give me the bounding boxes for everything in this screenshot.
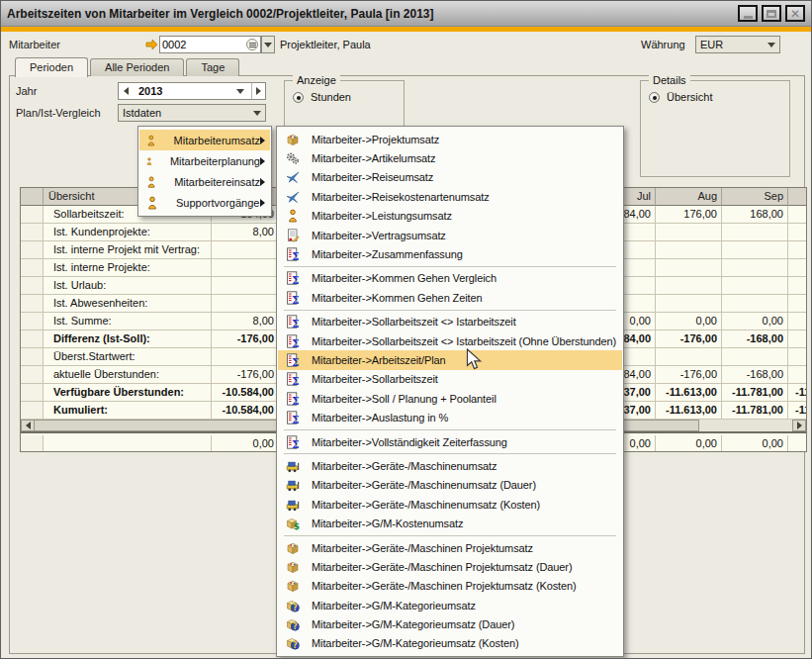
row-selector-cell[interactable] xyxy=(21,384,44,402)
row-selector-cell[interactable] xyxy=(21,259,44,277)
submenu-item-mitarbeiter-kommen-gehen-vergleich[interactable]: Mitarbeiter->Kommen Gehen Vergleich xyxy=(278,269,622,288)
header-form: Mitarbeiter Projektleiter, Paula Währung… xyxy=(1,32,811,57)
year-next-button[interactable] xyxy=(251,83,265,99)
submenu-item-mitarbeiter-auslastung-in[interactable]: Mitarbeiter->Auslastung in % xyxy=(278,408,622,426)
submenu-item-mitarbeiter-vollständigkeit-zeiterfassung[interactable]: Mitarbeiter->Vollständigkeit Zeiterfassu… xyxy=(278,432,622,451)
value-cell: 8,00 xyxy=(212,224,279,241)
value-cell: -176,00 xyxy=(212,330,279,348)
report-icon xyxy=(286,435,300,449)
year-label: Jahr xyxy=(16,85,37,97)
value-cell: 0,00 xyxy=(788,313,807,330)
footer-value-cell: 0,00 xyxy=(788,435,807,452)
submenu-item-label: Mitarbeiter->Sollarbeitszeit <> Istarbei… xyxy=(312,335,616,347)
tab-alle-perioden[interactable]: Alle Perioden xyxy=(90,58,184,76)
radio-stunden[interactable] xyxy=(293,92,304,103)
submenu-item-mitarbeiter-geräte-maschinen-projektumsatz-kosten[interactable]: Mitarbeiter->Geräte-/Maschinen Projektum… xyxy=(278,577,622,596)
submenu-item-mitarbeiter-leistungsumsatz[interactable]: Mitarbeiter->Leistungsumsatz xyxy=(278,207,622,226)
currency-select[interactable]: EUR xyxy=(695,36,780,53)
tab-tage[interactable]: Tage xyxy=(186,58,239,76)
submenu-item-mitarbeiter-arbeitszeit-plan[interactable]: Mitarbeiter->Arbeitszeit/Plan xyxy=(278,350,622,369)
footer-value-cell: 0,00 xyxy=(656,435,722,452)
value-cell: -11.781,00 xyxy=(722,384,788,402)
employee-dropdown-button[interactable] xyxy=(261,36,275,53)
scroll-right-button[interactable] xyxy=(792,420,806,431)
currency-value: EUR xyxy=(700,39,767,50)
footer-label-cell xyxy=(44,435,212,452)
employee-field[interactable] xyxy=(159,36,261,53)
window-controls: ✕ xyxy=(738,5,805,22)
value-cell xyxy=(788,295,807,313)
value-cell xyxy=(722,348,788,366)
value-cell xyxy=(788,277,807,295)
link-arrow-icon[interactable] xyxy=(145,39,158,50)
radio-stunden-label: Stunden xyxy=(311,91,351,103)
submenu-item-mitarbeiter-g-m-kostenumsatz[interactable]: Mitarbeiter->G/M-Kostenumsatz xyxy=(278,514,622,532)
submenu-item-mitarbeiter-artikelumsatz[interactable]: Mitarbeiter->Artikelumsatz xyxy=(278,148,622,167)
menu-item-mitarbeiterplanung[interactable]: Mitarbeiterplanung xyxy=(139,150,270,171)
submenu-item-label: Mitarbeiter->Vollständigkeit Zeiterfassu… xyxy=(312,436,507,448)
employee-input[interactable] xyxy=(162,39,233,50)
submenu-item-mitarbeiter-g-m-kategorieumsatz-kosten[interactable]: Mitarbeiter->G/M-Kategorieumsatz (Kosten… xyxy=(278,634,622,653)
year-dropdown-button[interactable] xyxy=(229,89,251,94)
context-submenu: Mitarbeiter->Projektumsatz Mitarbeiter->… xyxy=(276,126,624,657)
row-selector-cell[interactable] xyxy=(21,330,44,348)
machine-icon xyxy=(286,459,300,473)
submenu-item-label: Mitarbeiter->Geräte-/Maschinenumsatz xyxy=(312,460,496,472)
header-cell-month[interactable] xyxy=(788,188,807,206)
scroll-left-button[interactable] xyxy=(21,420,35,431)
submenu-item-mitarbeiter-geräte-maschinenumsatz-kosten[interactable]: Mitarbeiter->Geräte-/Maschinenumsatz (Ko… xyxy=(278,495,622,514)
row-label-cell: Überst.Startwert: xyxy=(44,348,212,366)
row-label-cell: Ist. interne Projekt mit Vertrag: xyxy=(44,241,212,259)
minimize-button[interactable] xyxy=(738,5,758,22)
value-cell xyxy=(656,348,722,366)
submenu-item-mitarbeiter-geräte-maschinen-projektumsatz-dauer[interactable]: Mitarbeiter->Geräte-/Maschinen Projektum… xyxy=(278,557,622,576)
menu-item-mitarbeitereinsatz[interactable]: Mitarbeitereinsatz xyxy=(139,171,270,192)
plan-compare-select[interactable]: Istdaten xyxy=(118,104,266,122)
submenu-item-mitarbeiter-sollarbeitszeit-istarbeitszeit[interactable]: Mitarbeiter->Sollarbeitszeit <> Istarbei… xyxy=(278,313,622,331)
value-cell: -176,00 xyxy=(656,330,722,348)
submenu-item-mitarbeiter-geräte-maschinenumsatz[interactable]: Mitarbeiter->Geräte-/Maschinenumsatz xyxy=(278,456,622,475)
submenu-item-mitarbeiter-soll-planung-poolanteil[interactable]: Mitarbeiter->Soll / Planung + Poolanteil xyxy=(278,389,622,408)
value-cell xyxy=(656,259,722,277)
submenu-item-label: Mitarbeiter->Kommen Gehen Vergleich xyxy=(312,272,496,284)
menu-item-supportvorgänge[interactable]: Supportvorgänge xyxy=(139,192,270,213)
year-prev-button[interactable] xyxy=(119,83,133,99)
close-button[interactable]: ✕ xyxy=(785,5,805,22)
restore-button[interactable] xyxy=(762,5,781,22)
submenu-item-mitarbeiter-geräte-maschinen-projektumsatz[interactable]: Mitarbeiter->Geräte-/Maschinen Projektum… xyxy=(278,538,622,557)
radio-uebersicht[interactable] xyxy=(649,92,660,103)
row-selector-cell[interactable] xyxy=(21,402,44,420)
submenu-item-mitarbeiter-vertragsumsatz[interactable]: Mitarbeiter->Vertragsumsatz xyxy=(278,226,622,244)
row-selector-cell[interactable] xyxy=(21,206,44,224)
submenu-item-mitarbeiter-reiseumsatz[interactable]: Mitarbeiter->Reiseumsatz xyxy=(278,168,622,187)
row-selector-cell[interactable] xyxy=(21,224,44,241)
submenu-item-mitarbeiter-g-m-kategorieumsatz-dauer[interactable]: Mitarbeiter->G/M-Kategorieumsatz (Dauer) xyxy=(278,614,622,633)
row-label-cell: Ist. Urlaub: xyxy=(44,277,212,295)
submenu-item-mitarbeiter-kommen-gehen-zeiten[interactable]: Mitarbeiter->Kommen Gehen Zeiten xyxy=(278,288,622,307)
scrollbar-track[interactable] xyxy=(699,420,792,431)
tab-perioden[interactable]: Perioden xyxy=(15,57,88,77)
submenu-item-mitarbeiter-zusammenfassung[interactable]: Mitarbeiter->Zusammenfassung xyxy=(278,244,622,263)
submenu-item-mitarbeiter-g-m-kategorieumsatz[interactable]: Mitarbeiter->G/M-Kategorieumsatz xyxy=(278,596,622,614)
submenu-item-mitarbeiter-sollarbeitszeit-istarbeitszeit-ohne-überstunden[interactable]: Mitarbeiter->Sollarbeitszeit <> Istarbei… xyxy=(278,331,622,350)
row-selector-cell[interactable] xyxy=(21,241,44,259)
submenu-item-mitarbeiter-geräte-maschinenumsatz-dauer[interactable]: Mitarbeiter->Geräte-/Maschinenumsatz (Da… xyxy=(278,476,622,495)
row-selector-cell[interactable] xyxy=(21,313,44,330)
details-group-title: Details xyxy=(649,74,690,86)
menu-item-mitarbeiterumsatz[interactable]: Mitarbeiterumsatz xyxy=(139,130,270,150)
row-selector-cell[interactable] xyxy=(21,348,44,366)
chevron-down-icon xyxy=(253,111,261,116)
row-selector-cell[interactable] xyxy=(21,366,44,384)
choose-from-list-icon[interactable] xyxy=(246,39,258,50)
app-window: Arbeitszeiten von Mitarbeiter im Verglei… xyxy=(0,0,812,659)
submenu-item-mitarbeiter-projektumsatz[interactable]: Mitarbeiter->Projektumsatz xyxy=(278,130,622,148)
submenu-item-mitarbeiter-sollarbeitszeit[interactable]: Mitarbeiter->Sollarbeitszeit xyxy=(278,370,622,389)
row-selector-cell[interactable] xyxy=(21,277,44,295)
submenu-item-label: Mitarbeiter->Artikelumsatz xyxy=(312,152,435,164)
submenu-item-mitarbeiter-reisekostenartenumsatz[interactable]: Mitarbeiter->Reisekostenartenumsatz xyxy=(278,187,622,206)
header-cell-month[interactable]: Sep xyxy=(722,188,788,206)
header-cell-month[interactable]: Aug xyxy=(656,188,722,206)
submenu-item-label: Mitarbeiter->Soll / Planung + Poolanteil xyxy=(312,393,496,405)
row-selector-cell[interactable] xyxy=(21,295,44,313)
person-icon xyxy=(145,154,153,168)
